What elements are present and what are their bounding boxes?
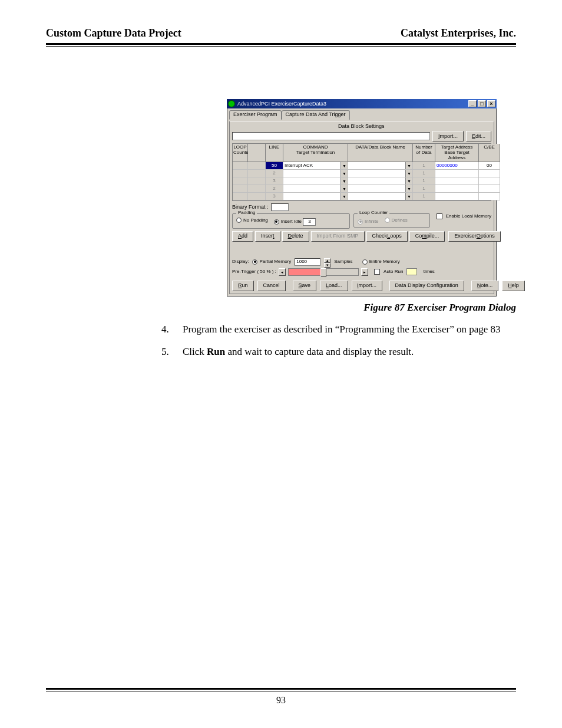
footer-rule-thin — [46, 691, 516, 691]
load-button[interactable]: Load... — [320, 281, 348, 291]
minimize-button[interactable]: _ — [468, 100, 477, 107]
figure-caption: Figure 87 Exerciser Program Dialog — [0, 302, 516, 314]
col-cbe: C/BE — [479, 144, 500, 162]
no-padding-radio[interactable]: No Padding — [236, 218, 268, 223]
import-button[interactable]: Import... — [432, 131, 464, 141]
col-target-addr: Target AddressBase Target Address — [435, 144, 479, 162]
save-button[interactable]: Save — [293, 281, 317, 291]
running-head-left: Custom Capture Data Project — [46, 27, 181, 39]
step-text: Program the exerciser as described in “P… — [183, 322, 501, 337]
entire-memory-radio[interactable]: Entire Memory — [362, 259, 400, 265]
insert-idle-value[interactable]: 3 — [303, 218, 316, 226]
binary-format-input[interactable] — [271, 203, 289, 211]
samples-spinner[interactable]: ▲▼ — [324, 258, 330, 266]
chevron-down-icon[interactable]: ▼ — [340, 170, 348, 177]
table-row[interactable]: 50 Interrupt ACK▼ ▼ 1 00000000 00 — [233, 162, 491, 170]
exerciser-dialog: AdvancedPCI ExerciserCaptureData3 _ □ × … — [227, 99, 497, 297]
auto-run-checkbox[interactable]: Auto Run — [374, 269, 403, 275]
step-number: 4. — [161, 322, 172, 337]
partial-memory-value[interactable]: 1000 — [295, 258, 320, 266]
chevron-down-icon[interactable]: ▼ — [405, 170, 412, 177]
tab-capture-data-and-trigger[interactable]: Capture Data And Trigger — [282, 110, 350, 120]
compile-button[interactable]: Compile... — [409, 231, 445, 242]
padding-group: Padding No Padding Insert Idle 3 — [232, 213, 350, 229]
display-label: Display: — [232, 259, 249, 264]
col-num-data: Numberof Data — [413, 144, 435, 162]
chevron-down-icon[interactable]: ▼ — [405, 185, 412, 192]
running-head-right: Catalyst Enterprises, Inc. — [401, 27, 516, 39]
body-text: 4. Program the exerciser as described in… — [161, 322, 514, 367]
header-rule-thin — [46, 46, 516, 47]
run-button[interactable]: Run — [232, 281, 254, 291]
import2-button[interactable]: Import... — [352, 281, 382, 291]
loop-counter-group: Loop Counter Infinite Defines — [353, 213, 430, 228]
chevron-down-icon[interactable]: ▼ — [340, 193, 348, 200]
slider-right-button[interactable]: ▸ — [361, 268, 368, 276]
maximize-button[interactable]: □ — [478, 100, 486, 107]
step-text: Click Run and wait to capture data and d… — [183, 344, 414, 360]
insert-idle-radio[interactable]: Insert Idle — [274, 219, 302, 225]
footer-rule-thick — [46, 688, 516, 690]
window-title: AdvancedPCI ExerciserCaptureData3 — [237, 101, 326, 107]
auto-run-value[interactable] — [406, 268, 417, 275]
exerciser-options-button[interactable]: Exerciser Options — [448, 231, 501, 242]
cancel-button[interactable]: Cancel — [257, 281, 286, 291]
data-block-settings-input[interactable] — [232, 132, 430, 140]
delete-button[interactable]: Delete — [282, 231, 309, 242]
enable-local-memory-checkbox[interactable]: Enable Local Memory — [437, 213, 491, 219]
pretrigger-label: Pre-Trigger ( 50 % ) : — [232, 269, 276, 274]
table-row[interactable]: 2 ▼ ▼ 1 — [233, 185, 491, 193]
program-grid: LOOPCounter LINE COMMANDTarget Terminati… — [232, 143, 491, 201]
chevron-down-icon[interactable]: ▼ — [405, 177, 412, 185]
header-rule-thick — [46, 43, 516, 45]
times-label: times — [424, 269, 435, 274]
chevron-down-icon[interactable]: ▼ — [340, 162, 348, 169]
close-button[interactable]: × — [487, 100, 495, 107]
add-button[interactable]: Add — [232, 231, 253, 242]
col-line: LINE — [266, 144, 283, 162]
samples-label: Samples — [334, 259, 352, 264]
col-blank — [248, 144, 266, 162]
app-icon — [228, 100, 235, 107]
chevron-down-icon[interactable]: ▼ — [405, 162, 412, 169]
slider-left-button[interactable]: ◂ — [279, 268, 286, 276]
binary-format-label: Binary Format : — [232, 205, 269, 210]
insert-button[interactable]: Insert — [255, 231, 280, 242]
import-from-smp-button[interactable]: Import From SMP — [311, 231, 365, 242]
col-command: COMMANDTarget Termination — [283, 144, 348, 162]
step-number: 5. — [161, 344, 172, 360]
chevron-down-icon[interactable]: ▼ — [340, 185, 348, 192]
partial-memory-radio[interactable]: Partial Memory — [252, 259, 291, 265]
table-row[interactable]: 2 ▼ ▼ 1 — [233, 170, 491, 177]
chevron-down-icon[interactable]: ▼ — [405, 193, 412, 200]
check-loops-button[interactable]: Check Loops — [366, 231, 408, 242]
note-button[interactable]: Note... — [471, 281, 499, 291]
pretrigger-slider[interactable] — [288, 268, 359, 276]
edit-button[interactable]: Edit... — [466, 131, 491, 141]
defines-radio[interactable]: Defines — [385, 218, 408, 223]
chevron-down-icon[interactable]: ▼ — [340, 177, 348, 185]
col-data-name: DATA/Data Block Name — [348, 144, 413, 162]
data-display-config-button[interactable]: Data Display Configuration — [389, 281, 464, 291]
col-loop: LOOPCounter — [233, 144, 248, 162]
infinite-radio[interactable]: Infinite — [358, 219, 379, 225]
tab-exerciser-program[interactable]: Exerciser Program — [229, 110, 282, 120]
help-button[interactable]: Help — [502, 281, 525, 291]
table-row[interactable]: 3 ▼ ▼ 1 — [233, 193, 491, 200]
page-number: 93 — [46, 695, 516, 706]
titlebar: AdvancedPCI ExerciserCaptureData3 _ □ × — [227, 99, 497, 108]
data-block-settings-label: Data Block Settings — [338, 124, 385, 129]
table-row[interactable]: 3 ▼ ▼ 1 — [233, 177, 491, 185]
